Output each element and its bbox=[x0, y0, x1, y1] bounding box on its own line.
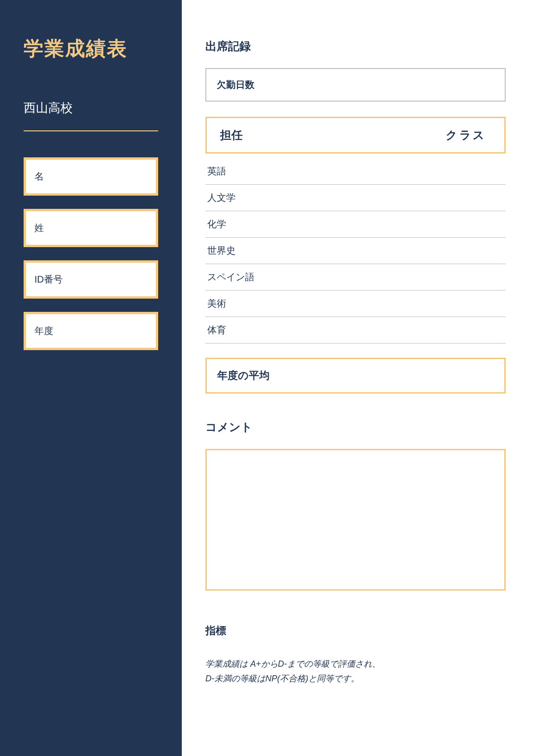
year-label: 年度 bbox=[34, 326, 53, 336]
metrics-line-1: 学業成績は A+からD-までの等級で評価され、 bbox=[205, 659, 381, 669]
comments-field[interactable] bbox=[205, 449, 506, 591]
last-name-label: 姓 bbox=[34, 223, 44, 233]
subject-row: スペイン語 bbox=[205, 264, 506, 291]
sidebar: 学業成績表 西山高校 名 姓 ID番号 年度 bbox=[0, 0, 182, 756]
teacher-class-header: 担任 クラス bbox=[205, 117, 506, 154]
year-average-field[interactable]: 年度の平均 bbox=[205, 358, 506, 394]
id-number-field[interactable]: ID番号 bbox=[24, 260, 158, 299]
id-number-label: ID番号 bbox=[34, 274, 63, 284]
subject-list: 英語 人文学 化学 世界史 スペイン語 美術 体育 bbox=[205, 158, 506, 344]
main-content: 出席記録 欠勤日数 担任 クラス 英語 人文学 化学 世界史 スペイン語 美術 … bbox=[182, 0, 534, 756]
subject-row: 世界史 bbox=[205, 238, 506, 264]
subject-row: 化学 bbox=[205, 211, 506, 238]
first-name-field[interactable]: 名 bbox=[24, 157, 158, 196]
absence-days-field[interactable]: 欠勤日数 bbox=[205, 68, 506, 102]
attendance-title: 出席記録 bbox=[205, 39, 506, 54]
sidebar-divider bbox=[24, 130, 158, 131]
document-title: 学業成績表 bbox=[24, 35, 158, 62]
subject-row: 英語 bbox=[205, 158, 506, 185]
metrics-description: 学業成績は A+からD-までの等級で評価され、 D-未満の等級はNP(不合格)と… bbox=[205, 657, 506, 686]
year-average-label: 年度の平均 bbox=[217, 369, 270, 381]
absence-days-label: 欠勤日数 bbox=[217, 79, 254, 90]
school-name: 西山高校 bbox=[24, 100, 158, 116]
first-name-label: 名 bbox=[34, 171, 44, 181]
metrics-title: 指標 bbox=[205, 624, 506, 638]
subject-row: 美術 bbox=[205, 291, 506, 317]
subject-row: 体育 bbox=[205, 317, 506, 344]
last-name-field[interactable]: 姓 bbox=[24, 209, 158, 247]
subject-row: 人文学 bbox=[205, 185, 506, 211]
teacher-label: 担任 bbox=[220, 128, 446, 143]
year-field[interactable]: 年度 bbox=[24, 312, 158, 350]
metrics-line-2: D-未満の等級はNP(不合格)と同等です。 bbox=[205, 674, 359, 683]
comments-title: コメント bbox=[205, 420, 506, 435]
class-label: クラス bbox=[446, 128, 491, 143]
